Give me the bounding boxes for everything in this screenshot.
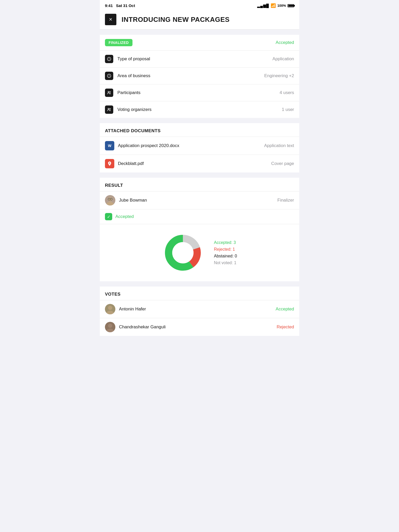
finalizer-role: Finalizer: [277, 198, 294, 203]
finalized-badge: FINALIZED: [105, 39, 132, 46]
type-of-proposal-row: Type of proposal Application: [100, 51, 299, 68]
svg-point-22: [108, 306, 112, 310]
decision-row: ✓ Accepted: [100, 209, 299, 224]
document-row-2[interactable]: Deckblatt.pdf Cover page: [100, 155, 299, 172]
participants-value: 4 users: [280, 90, 294, 95]
result-section: RESULT Jube Bowman Finalizer: [100, 178, 299, 281]
legend-rejected: Rejected: 1: [214, 247, 237, 252]
vote-status-1: Accepted: [276, 307, 294, 312]
svg-point-20: [172, 242, 194, 263]
voting-organizers-icon: [105, 105, 113, 114]
area-of-business-row: Area of business Engineering +2: [100, 68, 299, 84]
accepted-checkbox: ✓: [105, 213, 112, 220]
status-time: 9:41 Sat 31 Oct: [105, 3, 135, 8]
vote-name-1: Antonin Hafer: [119, 307, 276, 312]
area-icon: [105, 72, 113, 80]
legend-notvoted: Not voted: 1: [214, 261, 237, 265]
battery-icon: [288, 4, 294, 7]
signal-icon: ▂▄▆█: [257, 4, 269, 8]
svg-point-25: [108, 324, 112, 328]
votes-heading: VOTES: [100, 287, 299, 300]
result-heading: RESULT: [100, 178, 299, 191]
finalized-row: FINALIZED Accepted: [100, 35, 299, 51]
svg-point-8: [108, 108, 109, 110]
area-of-business-label: Area of business: [117, 73, 264, 78]
svg-point-6: [108, 91, 109, 93]
vote-row-1: Antonin Hafer Accepted: [100, 300, 299, 318]
proposal-type-icon: [105, 55, 113, 63]
svg-point-9: [110, 108, 111, 109]
documents-section: ATTACHED DOCUMENTS W Application prospec…: [100, 123, 299, 172]
voting-organizers-label: Voting organizers: [117, 107, 282, 112]
pdf-icon: [105, 159, 114, 168]
voting-organizers-value: 1 user: [282, 107, 294, 112]
proposal-status: Accepted: [276, 40, 294, 45]
vote-status-2: Rejected: [277, 324, 294, 330]
participants-icon: [105, 89, 113, 97]
page-title: INTRODUCING NEW PACKAGES: [122, 16, 230, 24]
vote-name-2: Chandrashekar Ganguli: [119, 324, 277, 330]
type-of-proposal-value: Application: [272, 56, 294, 62]
doc-name-2: Deckblatt.pdf: [118, 161, 271, 166]
finalizer-avatar: [105, 195, 115, 205]
legend-accepted: Accepted: 3: [214, 240, 237, 245]
svg-point-5: [109, 76, 109, 77]
doc-type-1: Application text: [264, 143, 294, 148]
chart-area: Accepted: 3 Rejected: 1 Abstained: 0 Not…: [100, 224, 299, 281]
documents-heading: ATTACHED DOCUMENTS: [100, 123, 299, 137]
participants-row: Participants 4 users: [100, 84, 299, 101]
donut-chart: [162, 232, 204, 274]
word-icon: W: [105, 141, 114, 150]
proposal-section: FINALIZED Accepted Type of proposal Appl…: [100, 35, 299, 118]
close-button[interactable]: ×: [105, 14, 116, 25]
status-indicators: ▂▄▆█ 📶 100%: [257, 3, 294, 8]
finalizer-row: Jube Bowman Finalizer: [100, 191, 299, 209]
legend-abstained: Abstained: 0: [214, 254, 237, 258]
svg-point-2: [109, 59, 109, 60]
decision-label: Accepted: [115, 214, 134, 219]
wifi-icon: 📶: [271, 3, 276, 8]
finalizer-name: Jube Bowman: [119, 198, 277, 203]
chart-legend: Accepted: 3 Rejected: 1 Abstained: 0 Not…: [214, 240, 237, 265]
area-of-business-value: Engineering +2: [264, 73, 294, 78]
votes-section: VOTES Antonin Hafer Accepted: [100, 287, 299, 336]
vote-avatar-2: [105, 322, 115, 332]
document-row-1[interactable]: W Application prospect 2020.docx Applica…: [100, 137, 299, 155]
vote-avatar-1: [105, 304, 115, 314]
vote-row-2: Chandrashekar Ganguli Rejected: [100, 318, 299, 336]
status-bar: 9:41 Sat 31 Oct ▂▄▆█ 📶 100%: [100, 0, 299, 10]
participants-label: Participants: [117, 90, 280, 95]
type-of-proposal-label: Type of proposal: [117, 56, 272, 62]
doc-type-2: Cover page: [271, 161, 294, 166]
voting-organizers-row: Voting organizers 1 user: [100, 101, 299, 118]
doc-name-1: Application prospect 2020.docx: [118, 143, 264, 148]
svg-point-7: [110, 91, 111, 92]
page-header: × INTRODUCING NEW PACKAGES: [100, 10, 299, 30]
battery-percentage: 100%: [277, 4, 286, 8]
